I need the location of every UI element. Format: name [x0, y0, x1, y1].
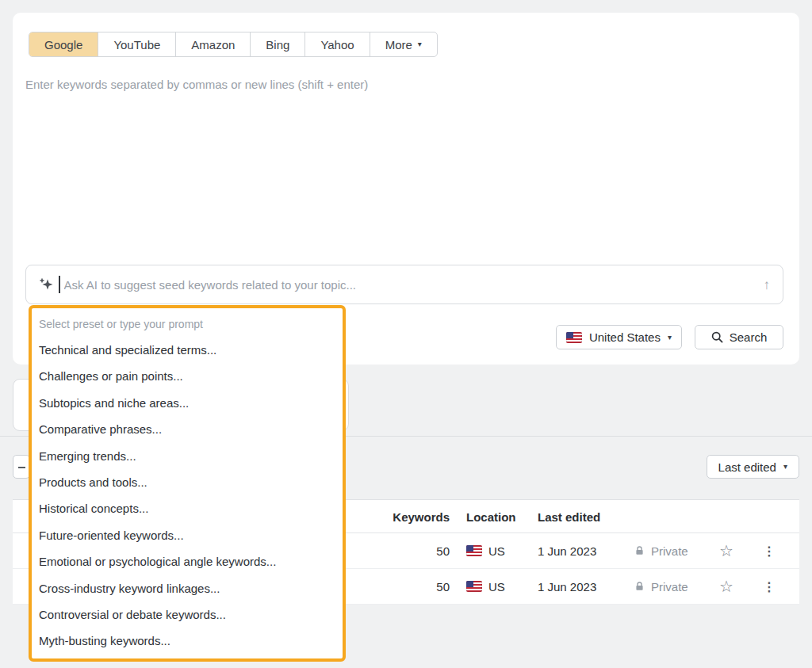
search-button[interactable]: Search: [695, 325, 783, 349]
lock-icon: [634, 582, 645, 592]
us-flag-icon: [466, 545, 482, 556]
tab-yahoo[interactable]: Yahoo: [305, 32, 370, 56]
row-last-edited: 1 Jun 2023: [538, 544, 596, 558]
visibility-label: Private: [651, 580, 688, 594]
country-label: United States: [589, 330, 661, 344]
ai-prompt-box: ↑: [25, 265, 783, 304]
keywords-input[interactable]: [25, 74, 783, 252]
row-keywords-count: 50: [436, 580, 450, 594]
star-button[interactable]: ☆: [719, 541, 733, 560]
row-location: US: [488, 544, 505, 558]
ai-preset-dropdown: Select preset or type your prompt Techni…: [29, 305, 346, 662]
header-keywords: Keywords: [393, 510, 450, 523]
preset-item[interactable]: Cross-industry keyword linkages...: [32, 575, 343, 601]
submit-arrow-icon[interactable]: ↑: [764, 278, 771, 292]
header-last-edited: Last edited: [538, 510, 600, 523]
kebab-menu-button[interactable]: ⋮: [763, 579, 776, 594]
preset-item[interactable]: Myth-busting keywords...: [32, 628, 343, 654]
chevron-down-icon: ▾: [668, 334, 672, 342]
tab-bing[interactable]: Bing: [251, 32, 305, 56]
row-keywords-count: 50: [436, 544, 450, 558]
us-flag-icon: [466, 581, 482, 592]
search-engine-tabs: Google YouTube Amazon Bing Yahoo More ▾: [29, 32, 438, 57]
preset-item[interactable]: Emerging trends...: [32, 443, 343, 469]
tab-google[interactable]: Google: [29, 32, 98, 56]
row-last-edited: 1 Jun 2023: [538, 580, 596, 594]
preset-item[interactable]: Subtopics and niche areas...: [32, 390, 343, 416]
preset-item[interactable]: Future-oriented keywords...: [32, 522, 343, 548]
ai-prompt-input[interactable]: [64, 278, 764, 292]
row-location: US: [488, 580, 505, 594]
text-cursor: [59, 276, 60, 293]
country-select[interactable]: United States ▾: [556, 325, 682, 349]
lock-icon: [634, 546, 645, 556]
visibility-label: Private: [651, 544, 688, 558]
partially-hidden-button[interactable]: [13, 455, 30, 479]
preset-item[interactable]: Technical and specialized terms...: [32, 337, 343, 363]
kebab-menu-button[interactable]: ⋮: [763, 544, 776, 559]
preset-item[interactable]: Comparative phrases...: [32, 416, 343, 442]
chevron-down-icon: ▾: [783, 463, 787, 471]
us-flag-icon: [566, 332, 582, 343]
dropdown-hint: Select preset or type your prompt: [32, 315, 343, 337]
star-button[interactable]: ☆: [719, 577, 733, 596]
sort-label: Last edited: [718, 460, 776, 474]
tab-youtube[interactable]: YouTube: [98, 32, 176, 56]
tab-more-label: More: [385, 38, 412, 52]
search-icon: [711, 331, 723, 343]
ai-sparkle-icon: [39, 277, 53, 292]
tab-more[interactable]: More ▾: [370, 32, 437, 56]
chevron-down-icon: ▾: [418, 40, 422, 48]
preset-item[interactable]: Emotional or psychological angle keyword…: [32, 548, 343, 574]
preset-item[interactable]: Historical concepts...: [32, 495, 343, 521]
header-location: Location: [466, 510, 516, 523]
preset-item[interactable]: Controversial or debate keywords...: [32, 601, 343, 628]
search-button-label: Search: [730, 330, 768, 344]
sort-last-edited-button[interactable]: Last edited ▾: [707, 455, 799, 479]
preset-item[interactable]: Products and tools...: [32, 469, 343, 495]
tab-amazon[interactable]: Amazon: [176, 32, 251, 56]
preset-item[interactable]: Challenges or pain points...: [32, 363, 343, 389]
